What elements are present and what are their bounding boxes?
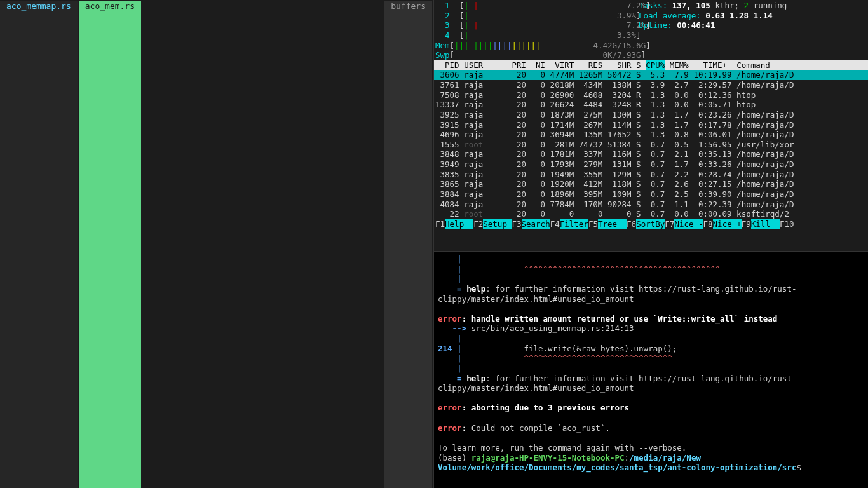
process-list[interactable]: 3606 raja 20 0 4774M 1265M 50472 S 5.3 7… bbox=[434, 70, 868, 219]
function-keys[interactable]: F1Help F2Setup F3SearchF4FilterF5Tree F6… bbox=[434, 219, 868, 229]
mem-meter: Mem[|||||||||||||||||| 4.42G/15.6G] bbox=[435, 41, 639, 51]
process-row[interactable]: 3865 raja 20 0 1920M 412M 118M S 0.7 2.6… bbox=[434, 179, 868, 189]
tab-active[interactable]: aco_mem.rs bbox=[79, 1, 141, 488]
tab-buffers[interactable]: buffers bbox=[384, 1, 432, 488]
process-row[interactable]: 3848 raja 20 0 1781M 337M 116M S 0.7 2.1… bbox=[434, 149, 868, 159]
process-row[interactable]: 22 root 20 0 0 0 0 S 0.7 0.0 0:00.09 kso… bbox=[434, 209, 868, 219]
process-row[interactable]: 1555 root 20 0 281M 74732 51384 S 0.7 0.… bbox=[434, 140, 868, 150]
system-info: Tasks: 137, 105 kthr; 2 running Load ave… bbox=[639, 1, 865, 60]
process-row[interactable]: 3835 raja 20 0 1949M 355M 129M S 0.7 2.2… bbox=[434, 170, 868, 180]
buffer-tabs: aco_memmap.rs aco_mem.rs buffers bbox=[0, 0, 433, 488]
process-row[interactable]: 4084 raja 20 0 7784M 170M 90284 S 0.7 1.… bbox=[434, 200, 868, 210]
right-pane: 1 [||| 7.2%] 2 [| 3.9%] 3 [||| 7.2%] 4 [… bbox=[434, 0, 868, 488]
process-row[interactable]: 3884 raja 20 0 1896M 395M 109M S 0.7 2.5… bbox=[434, 189, 868, 200]
cpu-meter: 4 [| 3.3%] bbox=[435, 30, 639, 41]
process-header[interactable]: PID USER PRI NI VIRT RES SHR S CPU% MEM%… bbox=[434, 60, 868, 71]
swap-meter: Swp[ 0K/7.93G] bbox=[435, 50, 639, 60]
cpu-meter: 1 [||| 7.2%] bbox=[435, 1, 639, 11]
process-row[interactable]: 13337 raja 20 0 26624 4484 3248 R 1.3 0.… bbox=[434, 100, 868, 110]
cpu-meter: 2 [| 3.9%] bbox=[435, 11, 639, 21]
process-row[interactable]: 3915 raja 20 0 1714M 267M 114M S 1.3 1.7… bbox=[434, 120, 868, 130]
editor-pane: aco_memmap.rs aco_mem.rs buffers 68 pub … bbox=[0, 0, 434, 488]
htop-pane[interactable]: 1 [||| 7.2%] 2 [| 3.9%] 3 [||| 7.2%] 4 [… bbox=[434, 0, 868, 251]
process-row[interactable]: 7508 raja 20 0 26900 4608 3204 R 1.3 0.0… bbox=[434, 90, 868, 100]
process-row[interactable]: 3949 raja 20 0 1793M 279M 131M S 0.7 1.7… bbox=[434, 159, 868, 170]
tab-inactive[interactable]: aco_memmap.rs bbox=[0, 1, 78, 488]
process-row[interactable]: 3606 raja 20 0 4774M 1265M 50472 S 5.3 7… bbox=[434, 70, 868, 80]
process-row[interactable]: 4696 raja 20 0 3694M 135M 17652 S 1.3 0.… bbox=[434, 130, 868, 140]
cpu-meter: 3 [||| 7.2%] bbox=[435, 20, 639, 30]
terminal-pane[interactable]: | | ^^^^^^^^^^^^^^^^^^^^^^^^^^^^^^^^^^^^… bbox=[434, 251, 868, 488]
process-row[interactable]: 3925 raja 20 0 1873M 275M 130M S 1.3 1.7… bbox=[434, 110, 868, 120]
cpu-meters: 1 [||| 7.2%] 2 [| 3.9%] 3 [||| 7.2%] 4 [… bbox=[435, 1, 639, 60]
process-row[interactable]: 3761 raja 20 0 2018M 434M 138M S 3.9 2.7… bbox=[434, 80, 868, 90]
